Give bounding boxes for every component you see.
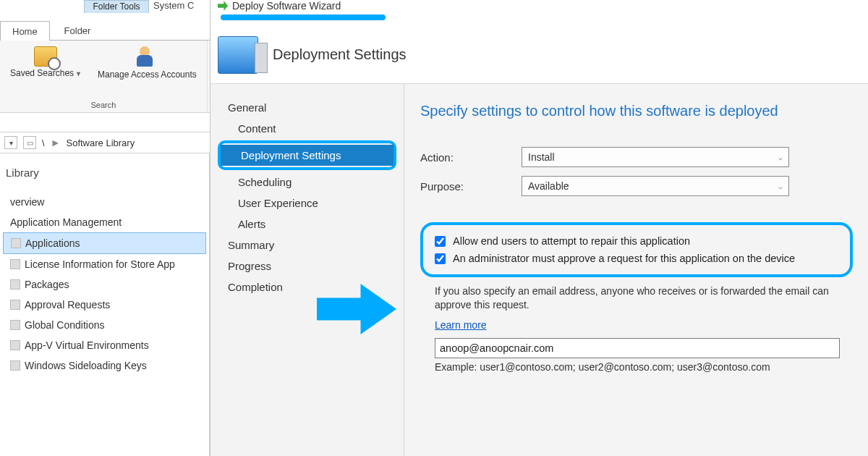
row-action: Action: Install ⌵ (420, 147, 853, 167)
check-admin-approve[interactable]: An administrator must approve a request … (435, 250, 838, 267)
app-icon (11, 238, 21, 248)
tab-folder[interactable]: Folder (53, 21, 103, 41)
nav-applications[interactable]: Applications (3, 232, 206, 254)
wizard-title-text: Deploy Software Wizard (232, 0, 341, 12)
wizard-body: General Content Deployment Settings Sche… (210, 84, 868, 456)
arrow-right-icon (218, 1, 228, 11)
step-alerts[interactable]: Alerts (218, 214, 396, 235)
manage-access-label: Manage Access Accounts (98, 69, 197, 80)
nav-approval-label: Approval Requests (25, 299, 110, 311)
chevron-down-icon: ▼ (75, 70, 82, 77)
check-allow-repair-label: Allow end users to attempt to repair thi… (453, 235, 690, 247)
appv-icon (10, 340, 20, 350)
manage-access-accounts-button[interactable]: Manage Access Accounts (95, 45, 200, 81)
purpose-value: Available (528, 180, 569, 192)
step-content[interactable]: Content (218, 118, 396, 139)
license-icon (10, 259, 20, 269)
wizard-main: Specify settings to control how this sof… (404, 84, 868, 456)
nav-header-library[interactable]: Library (3, 162, 206, 183)
wizard-title: Deploy Software Wizard (218, 0, 341, 12)
step-summary[interactable]: Summary (218, 235, 396, 256)
tab-home[interactable]: Home (0, 21, 50, 41)
folder-tools-tab[interactable]: Folder Tools (84, 0, 149, 13)
nav-approval-requests[interactable]: Approval Requests (3, 295, 206, 315)
annotation-step-ring: Deployment Settings (218, 140, 396, 170)
chevron-down-icon: ⌵ (778, 153, 783, 161)
ribbon-body: Saved Searches▼ Manage Access Accounts S… (0, 41, 210, 113)
saved-searches-label: Saved Searches▼ (10, 68, 82, 78)
check-allow-repair-box[interactable] (435, 236, 446, 247)
back-button[interactable]: ▾ (4, 136, 17, 149)
ribbon-tab-strip: Home Folder (0, 20, 210, 41)
check-allow-repair[interactable]: Allow end users to attempt to repair thi… (435, 232, 838, 250)
wizard-main-heading: Specify settings to control how this sof… (420, 103, 853, 119)
nav-packages[interactable]: Packages (3, 274, 206, 295)
deploy-software-wizard: Deploy Software Wizard Deployment Settin… (210, 0, 868, 456)
monitor-icon (218, 36, 258, 74)
nav-license-info-label: License Information for Store App (25, 258, 175, 270)
crumb-software-library[interactable]: Software Library (66, 138, 135, 148)
nav-packages-label: Packages (25, 279, 69, 290)
check-admin-approve-label: An administrator must approve a request … (453, 253, 795, 264)
wizard-steps: General Content Deployment Settings Sche… (210, 84, 404, 456)
nav-overview[interactable]: verview (3, 192, 206, 212)
ribbon-group-search: Saved Searches▼ Manage Access Accounts S… (0, 41, 208, 112)
ribbon-group-label: Search (7, 99, 200, 111)
breadcrumb: ▾ ▭ \ ► Software Library (0, 132, 210, 153)
system-label: System C (153, 0, 194, 11)
approval-icon (10, 300, 20, 310)
nav-applications-label: Applications (25, 237, 80, 249)
crumb-sep: ► (51, 137, 61, 148)
wizard-header: Deployment Settings (210, 26, 868, 84)
action-combo[interactable]: Install ⌵ (522, 147, 789, 167)
nav-global-label: Global Conditions (25, 319, 105, 331)
approval-email-input[interactable] (435, 338, 840, 358)
nav-app-management[interactable]: Application Management (3, 212, 206, 232)
step-user-experience[interactable]: User Experience (218, 193, 396, 214)
wizard-header-title: Deployment Settings (273, 46, 407, 63)
nav-license-info[interactable]: License Information for Store App (3, 254, 206, 274)
annotation-underline (221, 14, 386, 20)
email-example: Example: user1@contoso.com; user2@contos… (435, 361, 853, 373)
learn-more-link[interactable]: Learn more (435, 319, 487, 331)
nav-appv-label: App-V Virtual Environments (25, 339, 149, 351)
check-admin-approve-box[interactable] (435, 253, 446, 264)
purpose-label: Purpose: (420, 180, 522, 193)
step-deployment-settings[interactable]: Deployment Settings (221, 145, 393, 166)
nav-sideload-label: Windows Sideloading Keys (25, 360, 147, 371)
globe-icon (10, 320, 20, 330)
step-progress[interactable]: Progress (218, 256, 396, 276)
saved-searches-button[interactable]: Saved Searches▼ (7, 45, 85, 81)
nav-global-conditions[interactable]: Global Conditions (3, 315, 206, 335)
annotation-check-ring: Allow end users to attempt to repair thi… (420, 222, 853, 277)
nav-pane: Library verview Application Management A… (0, 153, 210, 456)
view-button[interactable]: ▭ (23, 136, 36, 149)
nav-sideloading-keys[interactable]: Windows Sideloading Keys (3, 355, 206, 376)
action-value: Install (528, 151, 555, 163)
step-scheduling[interactable]: Scheduling (218, 172, 396, 193)
user-gear-icon (137, 46, 157, 68)
approval-hint: If you also specify an email address, an… (435, 284, 853, 312)
purpose-combo[interactable]: Available ⌵ (522, 176, 789, 196)
nav-appv-environments[interactable]: App-V Virtual Environments (3, 335, 206, 355)
row-purpose: Purpose: Available ⌵ (420, 176, 853, 196)
key-icon (10, 360, 20, 371)
package-icon (10, 279, 20, 290)
crumb-root[interactable]: \ (42, 138, 45, 148)
folder-search-icon (34, 46, 57, 67)
action-label: Action: (420, 151, 522, 164)
chevron-down-icon: ⌵ (778, 182, 783, 190)
step-general[interactable]: General (218, 97, 396, 118)
